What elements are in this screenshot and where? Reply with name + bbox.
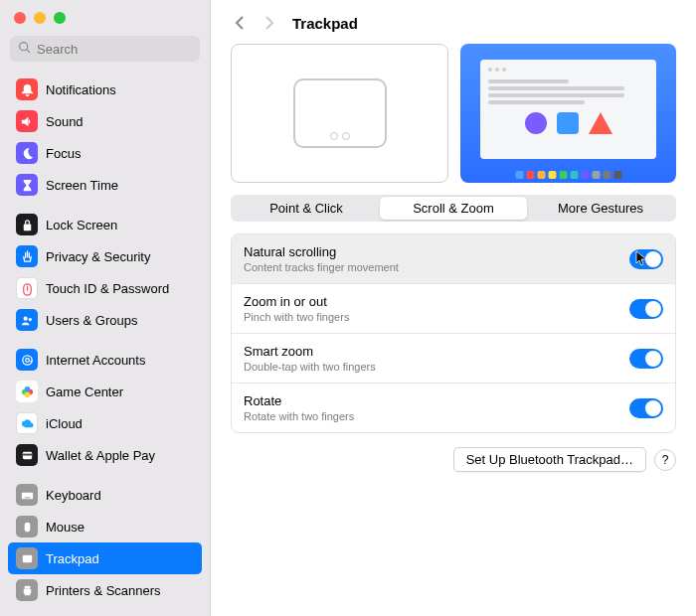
sidebar-item-label: Focus <box>46 146 81 161</box>
svg-rect-12 <box>22 453 31 455</box>
sidebar-item-label: Lock Screen <box>46 218 117 232</box>
sidebar-item-privacy-security[interactable]: Privacy & Security <box>8 240 202 272</box>
window-controls <box>0 0 210 32</box>
users-icon <box>16 309 38 331</box>
keyboard-icon <box>16 484 38 506</box>
sidebar-item-label: Users & Groups <box>46 313 137 328</box>
sidebar-item-keyboard[interactable]: Keyboard <box>8 479 202 511</box>
sidebar-item-label: Printers & Scanners <box>46 583 161 598</box>
svg-point-5 <box>22 355 31 364</box>
toggle-switch[interactable] <box>629 299 663 319</box>
minimize-window-icon[interactable] <box>34 12 46 24</box>
option-smart-zoom: Smart zoomDouble-tap with two fingers <box>232 334 675 384</box>
trackpad-preview <box>231 44 448 183</box>
sidebar-list: NotificationsSoundFocusScreen TimeLock S… <box>0 70 210 616</box>
printer-icon <box>16 579 38 601</box>
setup-bluetooth-trackpad-button[interactable]: Set Up Bluetooth Trackpad… <box>453 447 646 472</box>
maximize-window-icon[interactable] <box>54 12 66 24</box>
sidebar-item-focus[interactable]: Focus <box>8 137 202 169</box>
sidebar-item-label: Wallet & Apple Pay <box>46 448 155 463</box>
svg-point-10 <box>24 391 30 397</box>
sidebar-item-label: Privacy & Security <box>46 249 150 264</box>
gesture-demo-preview <box>460 44 676 183</box>
sidebar-item-label: Notifications <box>46 82 116 97</box>
forward-button[interactable] <box>259 12 280 34</box>
trackpad-icon <box>293 78 387 148</box>
option-title: Rotate <box>244 393 354 408</box>
close-window-icon[interactable] <box>14 12 26 24</box>
svg-point-3 <box>23 316 27 320</box>
search-input[interactable] <box>10 36 200 62</box>
sidebar-item-game-center[interactable]: Game Center <box>8 376 202 407</box>
toggle-switch[interactable] <box>629 398 663 418</box>
preview-row <box>231 44 676 183</box>
sidebar-item-label: Sound <box>46 114 84 129</box>
option-zoom-in-or-out: Zoom in or outPinch with two fingers <box>232 284 675 334</box>
sidebar-item-mouse[interactable]: Mouse <box>8 511 202 542</box>
option-title: Natural scrolling <box>244 244 399 259</box>
sidebar-item-lock-screen[interactable]: Lock Screen <box>8 209 202 240</box>
sidebar-item-trackpad[interactable]: Trackpad <box>8 542 202 574</box>
svg-line-1 <box>27 50 30 53</box>
finger-icon <box>16 277 38 299</box>
page-title: Trackpad <box>292 15 358 32</box>
game-icon <box>16 381 38 402</box>
sidebar-item-internet-accounts[interactable]: Internet Accounts <box>8 344 202 376</box>
option-natural-scrolling: Natural scrollingContent tracks finger m… <box>232 234 675 284</box>
option-title: Zoom in or out <box>244 294 349 309</box>
option-subtitle: Rotate with two fingers <box>244 410 354 422</box>
speaker-icon <box>16 110 38 132</box>
trackpad-icon <box>16 547 38 569</box>
svg-point-6 <box>25 358 29 362</box>
sidebar-item-sound[interactable]: Sound <box>8 105 202 137</box>
options-list: Natural scrollingContent tracks finger m… <box>231 233 676 433</box>
sidebar-item-screen-time[interactable]: Screen Time <box>8 169 202 201</box>
tab-point-click[interactable]: Point & Click <box>233 197 380 220</box>
dock-icons <box>515 171 621 179</box>
svg-rect-2 <box>23 224 31 231</box>
sidebar-item-label: Keyboard <box>46 488 101 503</box>
sidebar-item-label: Mouse <box>46 520 85 535</box>
back-button[interactable] <box>229 12 251 34</box>
search-icon <box>18 41 31 57</box>
cursor-icon <box>635 250 647 266</box>
sidebar-item-label: Game Center <box>46 385 123 399</box>
option-subtitle: Double-tap with two fingers <box>244 361 376 373</box>
at-icon <box>16 349 38 371</box>
sidebar-item-icloud[interactable]: iCloud <box>8 407 202 439</box>
sidebar-item-users-groups[interactable]: Users & Groups <box>8 304 202 336</box>
svg-rect-18 <box>24 585 30 588</box>
svg-rect-16 <box>22 554 31 562</box>
svg-point-0 <box>20 43 28 51</box>
tab-scroll-zoom[interactable]: Scroll & Zoom <box>380 197 527 220</box>
mouse-icon <box>16 516 38 538</box>
svg-point-9 <box>24 385 30 391</box>
option-subtitle: Pinch with two fingers <box>244 311 349 323</box>
option-title: Smart zoom <box>244 344 376 359</box>
sidebar-item-printers-scanners[interactable]: Printers & Scanners <box>8 574 202 606</box>
option-rotate: RotateRotate with two fingers <box>232 384 675 432</box>
svg-rect-14 <box>24 497 30 498</box>
moon-icon <box>16 142 38 164</box>
sidebar-item-label: Internet Accounts <box>46 353 145 368</box>
hourglass-icon <box>16 174 38 196</box>
tab-more-gestures[interactable]: More Gestures <box>527 197 674 220</box>
svg-point-4 <box>28 317 31 320</box>
wallet-icon <box>16 444 38 466</box>
sidebar-item-wallet-apple-pay[interactable]: Wallet & Apple Pay <box>8 439 202 471</box>
help-button[interactable]: ? <box>654 449 676 471</box>
sidebar-item-notifications[interactable]: Notifications <box>8 74 202 105</box>
option-subtitle: Content tracks finger movement <box>244 261 399 273</box>
lock-icon <box>16 214 38 235</box>
sidebar-item-touch-id-password[interactable]: Touch ID & Password <box>8 272 202 304</box>
hand-icon <box>16 245 38 267</box>
svg-rect-15 <box>24 522 30 531</box>
sidebar-item-label: Touch ID & Password <box>46 281 169 296</box>
sidebar-item-label: iCloud <box>46 416 83 431</box>
tab-bar: Point & ClickScroll & ZoomMore Gestures <box>231 195 676 222</box>
sidebar-item-label: Screen Time <box>46 178 118 193</box>
search-field[interactable] <box>37 42 192 57</box>
main-panel: Trackpad <box>211 0 696 616</box>
bell-icon <box>16 78 38 100</box>
toggle-switch[interactable] <box>629 349 663 369</box>
